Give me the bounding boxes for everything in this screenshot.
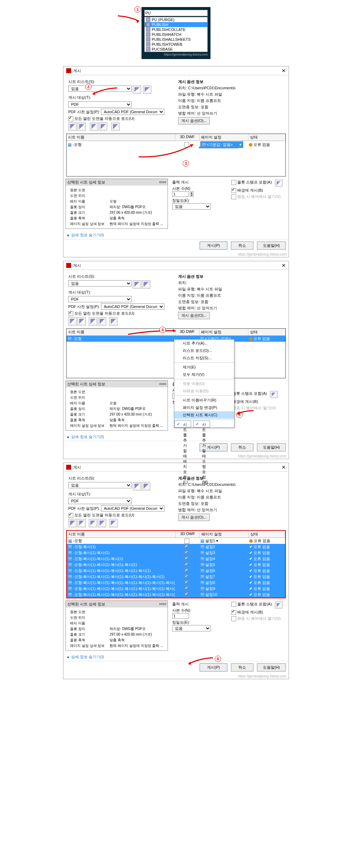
- publish-options-button[interactable]: 게시 옵션(O)...: [178, 117, 210, 124]
- preview-button[interactable]: [109, 519, 118, 527]
- pdf-preset-select[interactable]: AutoCAD PDF (General Documentation): [101, 505, 164, 512]
- publish-options-button[interactable]: 게시 옵션(O)...: [178, 514, 210, 521]
- sheet-row[interactable]: -모형-복사(1)-복사(1)-복사(1)-복사(1)-복사(1)-복사(1)-…: [67, 592, 285, 598]
- pdf-preset-select[interactable]: AutoCAD PDF (General Documentation): [101, 303, 164, 310]
- sheet-table[interactable]: 시트 이름 3D DWF 페이지 설정 상태 -모형 <기본값: 없음>▾ <기…: [66, 134, 286, 176]
- sheet-row[interactable]: -모형-복사(1)-복사(1)-복사(1)-복사(1)-복사(1)-복사(1)설…: [67, 574, 285, 580]
- close-button[interactable]: ✕: [282, 68, 286, 73]
- publish-to-select[interactable]: PDF: [68, 101, 132, 108]
- detail-collapse-icon[interactable]: ▭▭: [159, 381, 166, 387]
- stamp-settings-button[interactable]: [275, 602, 283, 609]
- sheet-context-menu[interactable]: 시트 추가(A)... 리스트 로드(O)... 리스트 저장(S)... 제거…: [174, 339, 234, 428]
- ctx-load-list[interactable]: 리스트 로드(O)...: [174, 347, 234, 354]
- ctx-include-layout[interactable]: 시트를 추가할 때 배치 포함(L): [174, 420, 191, 427]
- preview-button[interactable]: [111, 122, 120, 131]
- cancel-button[interactable]: 취소: [231, 663, 253, 671]
- move-up-button[interactable]: [89, 317, 97, 326]
- stamp-settings-button[interactable]: [275, 180, 283, 187]
- sheet-row[interactable]: -모형-복사(1)-복사(1)설정3✔오류 없음: [67, 550, 285, 556]
- ctx-remove-all[interactable]: 모두 제거(V): [174, 371, 234, 378]
- cancel-button[interactable]: 취소: [231, 242, 253, 250]
- remove-sheet-button[interactable]: [77, 122, 86, 131]
- remove-sheet-button[interactable]: [77, 317, 86, 326]
- ctx-change-page-setup[interactable]: 페이지 설정 변경(P): [174, 404, 234, 411]
- publish-to-select[interactable]: PDF: [68, 296, 132, 302]
- add-sheet-button[interactable]: [68, 317, 77, 326]
- hide-details-toggle[interactable]: ▲ 상세 정보 숨기기(I): [66, 233, 104, 237]
- publish-options-button[interactable]: 게시 옵션(O)...: [178, 312, 210, 319]
- remove-sheet-button[interactable]: [77, 519, 86, 527]
- ctx-copy-selected[interactable]: 선택된 시트 복사(C) 5: [174, 411, 234, 419]
- save-list-button[interactable]: [133, 85, 141, 94]
- sheet-row[interactable]: -모형-복사(1)-복사(1)-복사(1)-복사(1)-복사(1)-복사(1)-…: [67, 580, 285, 586]
- cmd-item-publishcollate[interactable]: PUBLISHCOLLATE: [145, 27, 207, 32]
- move-down-button[interactable]: [98, 317, 106, 326]
- move-up-button[interactable]: [89, 519, 97, 527]
- add-sheet-button[interactable]: [68, 519, 77, 527]
- ctx-rename[interactable]: 시트 이름바꾸기(R): [174, 397, 234, 404]
- sheet-row[interactable]: -모형-복사(1)-복사(1)-복사(1)-복사(1)-복사(1)-복사(1)-…: [67, 586, 285, 592]
- detail-collapse-icon[interactable]: ▭▭: [159, 180, 166, 185]
- autoload-checkbox[interactable]: [68, 311, 73, 316]
- cmd-item-publishhatch[interactable]: PUBLISHHATCH: [145, 32, 207, 37]
- cmd-item-publishtoweb[interactable]: PUBLISHTOWEB: [145, 42, 207, 47]
- publish-button[interactable]: 게시(P): [200, 242, 227, 250]
- sheet-row[interactable]: -모형설정1 ▾오류 없음: [67, 538, 285, 544]
- sheet-row[interactable]: -모형 <기본값: 없음>▾ <기본값: 없음> 설정1 설정10 설정11 설…: [67, 141, 285, 148]
- cmd-item-pu[interactable]: PU (PURGE): [145, 17, 207, 22]
- sheet-row[interactable]: -모형-복사(1)-복사(1)-복사(1)-복사(1)-복사(1)설정6✔오류 …: [67, 568, 285, 574]
- pdf-preset-select[interactable]: AutoCAD PDF (General Documentation): [101, 109, 164, 115]
- copies-input[interactable]: [172, 613, 189, 619]
- sheet-table[interactable]: 시트 이름 3D DWF 페이지 설정 상태 4 -모형 <기본값: 없음> 오…: [66, 328, 286, 378]
- help-button[interactable]: 도움말(H): [257, 242, 286, 250]
- precision-select[interactable]: 없음: [172, 625, 211, 631]
- hide-details-toggle[interactable]: ▲ 상세 정보 숨기기(I): [66, 435, 104, 439]
- save-list-button[interactable]: [133, 482, 141, 490]
- detail-collapse-icon[interactable]: ▭▭: [159, 602, 166, 607]
- copies-input[interactable]: [172, 191, 189, 197]
- sheet-table[interactable]: 시트 이름 3D DWF 페이지 설정 상태 -모형설정1 ▾오류 없음-모형-…: [66, 530, 286, 598]
- sheet-row[interactable]: -모형-복사(1)-복사(1)-복사(1)설정4✔오류 없음: [67, 556, 285, 562]
- move-down-button[interactable]: [98, 519, 106, 527]
- sheet-list-select[interactable]: 없음: [68, 482, 132, 488]
- cmd-item-publishallsheets[interactable]: PUBLISHALLSHEETS: [145, 37, 207, 42]
- load-list-button[interactable]: [143, 85, 151, 94]
- load-list-button[interactable]: [142, 482, 150, 490]
- plotstamp-checkbox[interactable]: [231, 180, 236, 185]
- cmd-item-publish[interactable]: PUBLISH: [145, 22, 207, 27]
- publish-button[interactable]: 게시(P): [200, 663, 227, 671]
- sheet-row[interactable]: -모형-복사(1)설정2✔오류 없음: [67, 544, 285, 550]
- help-button[interactable]: 도움말(H): [257, 663, 286, 671]
- stamp-settings-button[interactable]: [270, 391, 278, 398]
- cmd-item-pucsbase[interactable]: PUCSBASE: [145, 47, 207, 52]
- sheet-row[interactable]: -모형-복사(1)-복사(1)-복사(1)-복사(1)설정5✔오류 없음: [67, 562, 285, 568]
- cancel-button[interactable]: 취소: [231, 443, 253, 451]
- command-input[interactable]: PU: [144, 10, 208, 16]
- command-list[interactable]: PU (PURGE) PUBLISH PUBLISHCOLLATE PUBLIS…: [144, 17, 208, 52]
- background-checkbox[interactable]: [231, 188, 236, 193]
- autoload-checkbox[interactable]: [68, 116, 73, 121]
- autoload-checkbox[interactable]: [68, 513, 73, 518]
- save-list-button[interactable]: [133, 280, 141, 289]
- plotstamp-checkbox[interactable]: [231, 602, 236, 607]
- load-list-button[interactable]: [142, 280, 150, 289]
- help-button[interactable]: 도움말(H): [257, 443, 286, 451]
- ctx-include-model[interactable]: 시트를 추가할 때 모형 포함(M): [193, 420, 210, 427]
- page-setup-popup[interactable]: <기본값: 없음> 설정1 설정10 설정11 설정12 설정13 설정14 설…: [199, 147, 238, 148]
- row-3ddwf-checkbox[interactable]: [184, 142, 189, 147]
- ctx-save-list[interactable]: 리스트 저장(S)...: [174, 354, 234, 362]
- close-button[interactable]: ✕: [282, 263, 286, 268]
- precision-select[interactable]: 없음: [172, 203, 211, 210]
- add-sheet-button[interactable]: [68, 122, 77, 131]
- preview-button[interactable]: [109, 317, 118, 326]
- move-down-button[interactable]: [99, 122, 107, 131]
- ctx-add-sheet[interactable]: 시트 추가(A)...: [174, 340, 234, 347]
- move-up-button[interactable]: [90, 122, 98, 131]
- close-button[interactable]: ✕: [282, 464, 286, 470]
- sheet-list-select[interactable]: 없음: [68, 280, 132, 287]
- publish-to-select[interactable]: PDF: [68, 498, 132, 504]
- ctx-remove[interactable]: 제거(E): [174, 364, 234, 371]
- hide-details-toggle[interactable]: ▲ 상세 정보 숨기기(I): [66, 655, 104, 659]
- sheet-list-select[interactable]: 없음: [68, 85, 132, 92]
- background-checkbox[interactable]: [231, 610, 236, 615]
